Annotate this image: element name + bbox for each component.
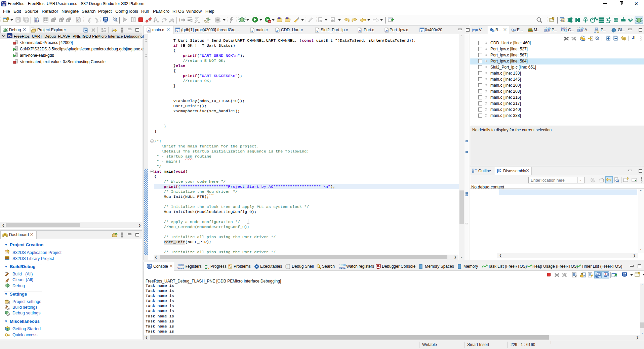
svg-text:.c: .c xyxy=(276,29,279,32)
svg-text:i: i xyxy=(179,17,180,23)
svg-text:c: c xyxy=(562,19,564,22)
svg-text:.c: .c xyxy=(358,29,361,32)
svg-text:.c: .c xyxy=(251,29,253,32)
svg-text:j: j xyxy=(286,265,288,268)
svg-text:x=: x= xyxy=(512,31,515,33)
svg-text:c: c xyxy=(421,29,422,32)
svg-text:.c: .c xyxy=(316,29,318,32)
svg-text:.c: .c xyxy=(147,29,150,32)
svg-text:DDR: DDR xyxy=(614,19,619,21)
svg-text:c: c xyxy=(176,29,178,32)
svg-text:i: i xyxy=(112,28,113,33)
svg-text:.c: .c xyxy=(385,29,388,32)
svg-text:c: c xyxy=(77,18,79,22)
svg-text:010: 010 xyxy=(35,19,39,23)
